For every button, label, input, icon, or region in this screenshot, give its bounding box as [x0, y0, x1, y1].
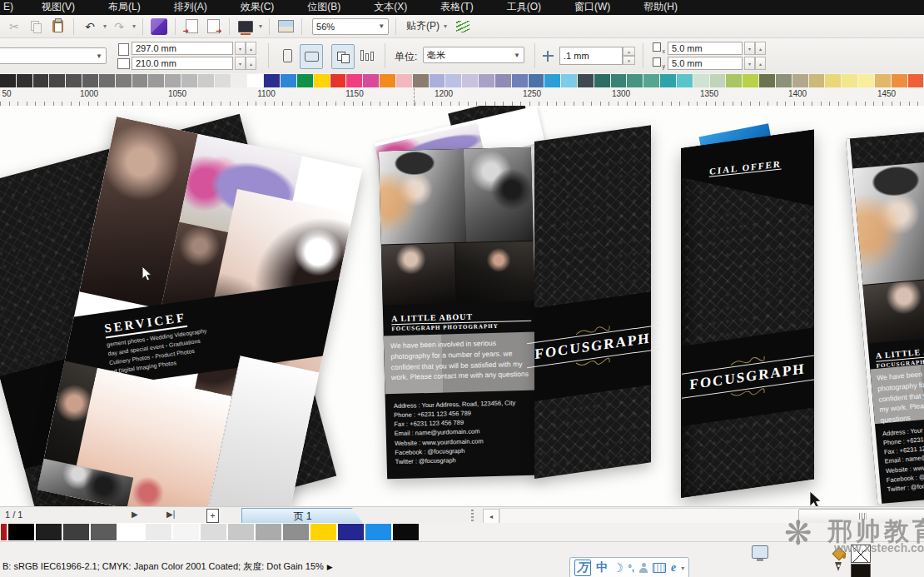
color-swatch[interactable] — [33, 73, 50, 88]
color-swatch[interactable] — [759, 73, 776, 88]
color-swatch[interactable] — [314, 73, 330, 88]
color-swatch[interactable] — [495, 73, 512, 88]
color-swatch[interactable] — [116, 73, 132, 88]
color-swatch[interactable] — [247, 73, 264, 88]
color-swatch[interactable] — [66, 73, 82, 88]
color-swatch[interactable] — [908, 73, 924, 88]
ime-dropdown-icon[interactable]: ▾ — [681, 565, 684, 572]
ime-mode-chinese[interactable]: 中 — [596, 560, 608, 575]
horizontal-ruler[interactable]: 50 1000 1050 1100 1150 1200 1250 1300 13… — [0, 88, 924, 107]
fill-bucket-icon[interactable] — [832, 547, 846, 559]
fill-color-none-swatch[interactable] — [851, 545, 871, 563]
profile-expand-icon[interactable]: ▶ — [327, 563, 333, 571]
all-pages-button[interactable] — [331, 44, 355, 69]
welcome-screen-button[interactable] — [276, 17, 295, 36]
duplicate-x-spinner[interactable]: ▾▴ — [744, 42, 766, 55]
color-swatch[interactable] — [825, 73, 842, 88]
zoom-combo-arrow-icon[interactable]: ▼ — [378, 22, 385, 30]
color-swatch[interactable] — [17, 73, 33, 88]
ime-logo-icon[interactable]: 万 — [574, 560, 591, 576]
duplicate-y-spinner[interactable]: ▾▴ — [744, 57, 766, 70]
last-page-icon[interactable]: ▶| — [166, 510, 175, 519]
ime-browser-icon[interactable]: e — [671, 561, 676, 575]
ime-user-icon[interactable] — [639, 563, 648, 573]
color-swatch[interactable] — [0, 73, 17, 88]
ime-punctuation-icon[interactable]: °, — [628, 563, 634, 573]
redo-dropdown[interactable]: ▾ — [132, 22, 136, 30]
menu-item-layout[interactable]: 布局(L) — [92, 0, 157, 16]
color-swatch[interactable] — [529, 73, 545, 88]
color-swatch[interactable] — [365, 523, 392, 541]
color-swatch[interactable] — [842, 73, 858, 88]
menu-item-help[interactable]: 帮助(H) — [627, 0, 694, 16]
scroll-left-icon[interactable]: ◂ — [483, 509, 499, 524]
menu-item-view[interactable]: 视图(V) — [25, 0, 92, 16]
menu-item-text[interactable]: 文本(X) — [357, 0, 424, 16]
color-swatch[interactable] — [310, 523, 337, 541]
color-swatch[interactable] — [430, 73, 446, 88]
undo-button[interactable]: ↶ — [81, 17, 99, 36]
paste-icon[interactable] — [48, 17, 67, 36]
zoom-level-combo[interactable]: 56% ▼ — [312, 18, 389, 35]
color-swatch[interactable] — [282, 523, 310, 541]
color-swatch[interactable] — [677, 73, 693, 88]
redo-button[interactable]: ↷ — [110, 17, 128, 36]
color-swatch[interactable] — [413, 73, 430, 88]
color-swatch[interactable] — [892, 73, 908, 88]
menu-item-effects[interactable]: 效果(C) — [224, 0, 291, 16]
color-swatch[interactable] — [392, 523, 420, 541]
color-swatch[interactable] — [875, 73, 892, 88]
cut-icon[interactable]: ✂ — [5, 17, 23, 36]
color-swatch[interactable] — [660, 73, 677, 88]
color-swatch[interactable] — [710, 73, 727, 88]
outline-pen-icon[interactable] — [834, 562, 842, 575]
export-button[interactable]: ➜ — [204, 17, 222, 36]
color-swatch[interactable] — [693, 73, 710, 88]
page-size-preset-combo[interactable]: ▼ — [0, 47, 107, 64]
scrollbar-splitter-handle[interactable] — [471, 510, 474, 521]
color-swatch[interactable] — [172, 523, 200, 541]
ime-keyboard-icon[interactable] — [653, 563, 666, 573]
menu-item-arrange[interactable]: 排列(A) — [157, 0, 224, 16]
color-swatch[interactable] — [132, 73, 149, 88]
color-swatch[interactable] — [145, 523, 172, 541]
color-swatch[interactable] — [792, 73, 809, 88]
ime-halfwidth-moon-icon[interactable]: ☽ — [613, 561, 623, 575]
color-swatch[interactable] — [117, 523, 145, 541]
color-swatch[interactable] — [726, 73, 743, 88]
nudge-spinner[interactable]: ▴▾ — [623, 47, 635, 65]
color-swatch[interactable] — [90, 523, 117, 541]
color-swatch[interactable] — [512, 73, 529, 88]
color-swatch[interactable] — [776, 73, 792, 88]
units-combo[interactable]: 毫米 ▼ — [423, 47, 524, 63]
fullscreen-preview-button[interactable] — [236, 17, 255, 36]
color-swatch[interactable] — [297, 73, 314, 88]
color-swatch[interactable] — [200, 523, 227, 541]
color-swatch[interactable] — [264, 73, 281, 88]
next-page-icon[interactable]: ▶ — [132, 510, 138, 519]
nudge-offset-field[interactable]: .1 mm — [559, 47, 623, 65]
page-height-spinner[interactable]: ▾▴ — [235, 57, 256, 70]
drawing-canvas[interactable]: FOCUSGRAPH SERVICEF gement photos - Wedd… — [0, 106, 924, 506]
color-swatch[interactable] — [82, 73, 99, 88]
color-swatch[interactable] — [337, 523, 365, 541]
color-swatch[interactable] — [627, 73, 643, 88]
preview-dropdown[interactable]: ▾ — [259, 22, 262, 30]
proofing-monitor-icon[interactable] — [752, 545, 768, 559]
color-swatch[interactable] — [49, 73, 66, 88]
color-swatch[interactable] — [231, 73, 248, 88]
color-swatch[interactable] — [255, 523, 282, 541]
color-swatch[interactable] — [148, 73, 165, 88]
menu-item-bitmaps[interactable]: 位图(B) — [291, 0, 357, 16]
color-swatch[interactable] — [479, 73, 495, 88]
menu-item-table[interactable]: 表格(T) — [424, 0, 489, 16]
color-swatch[interactable] — [330, 73, 347, 88]
color-swatch[interactable] — [99, 73, 116, 88]
add-page-icon[interactable]: + — [206, 509, 219, 523]
color-swatch[interactable] — [643, 73, 660, 88]
color-swatch[interactable] — [62, 523, 90, 541]
color-swatch[interactable] — [594, 73, 611, 88]
color-swatch[interactable] — [35, 523, 62, 541]
duplicate-y-field[interactable]: 5.0 mm — [668, 57, 743, 70]
color-swatch[interactable] — [7, 523, 35, 541]
